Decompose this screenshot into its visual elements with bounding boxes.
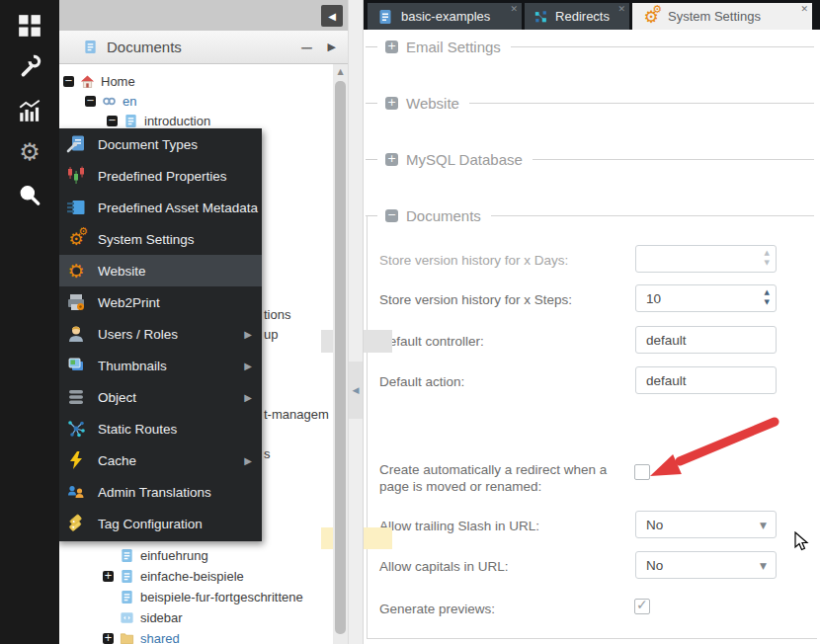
tab-basic-examples[interactable]: basic-examples ✕ [368, 3, 522, 30]
collapse-tree-icon[interactable]: − [299, 40, 313, 54]
version-days-input[interactable]: ▲▼ [635, 245, 777, 273]
tree-item-home[interactable]: − Home [63, 71, 135, 91]
settings-context-menu: Document Types Predefined Properties Pre… [56, 128, 262, 541]
menu-item-label: Thumbnails [98, 359, 167, 373]
menu-item-users-roles[interactable]: Users / Roles ▶ [56, 318, 262, 350]
object-icon [66, 387, 86, 407]
menu-item-label: Users / Roles [98, 327, 178, 342]
collapse-panel-button[interactable]: ◀ [321, 5, 343, 27]
tab-system-settings[interactable]: ⚙⚙ System Settings ✕ [632, 3, 812, 30]
menu-item-admin-translations[interactable]: Admin Translations [56, 476, 262, 508]
tree-item-label: einfache-beispiele [140, 569, 244, 584]
wrench-icon[interactable] [17, 53, 42, 79]
page-icon [120, 590, 134, 604]
admin-translations-icon [66, 482, 86, 502]
menu-item-object[interactable]: Object ▶ [56, 381, 262, 413]
tree-item-partial[interactable]: s [264, 446, 271, 461]
default-action-input[interactable]: default [635, 366, 777, 394]
dropdown-arrow-icon[interactable]: ▼ [760, 561, 767, 571]
predefined-properties-icon [66, 166, 86, 186]
panel-splitter[interactable]: ◀ [348, 0, 364, 644]
spinner-up-icon[interactable]: ▲ [765, 250, 770, 257]
menu-item-thumbnails[interactable]: Thumbnails ▶ [56, 350, 262, 381]
submenu-arrow-icon: ▶ [244, 392, 252, 403]
documents-panel-icon [83, 40, 98, 54]
menu-item-predefined-asset-metadata[interactable]: Predefined Asset Metadata [56, 192, 262, 223]
collapse-node-icon[interactable]: − [63, 76, 74, 87]
collapse-node-icon[interactable]: − [85, 96, 96, 107]
expand-section-icon[interactable]: + [385, 40, 398, 53]
fieldset-border [367, 215, 368, 638]
panel-caret-icon[interactable]: ▶ [328, 40, 336, 53]
section-title: Documents [406, 207, 481, 224]
menu-item-system-settings[interactable]: ⚙⚙ System Settings [56, 223, 262, 255]
tree-item-partial[interactable]: t-managem [264, 407, 329, 422]
search-icon[interactable] [17, 183, 42, 208]
tree-item-introduction[interactable]: − introduction [107, 111, 210, 130]
field-label-version-steps: Store version history for x Steps: [379, 291, 632, 308]
menu-item-document-types[interactable]: Document Types [56, 128, 262, 160]
statistics-icon[interactable] [17, 98, 42, 123]
field-label-trailing-slash: Allow trailing Slash in URL: [379, 518, 632, 534]
spinner-down-icon[interactable]: ▼ [765, 260, 770, 267]
collapse-node-icon[interactable]: − [107, 116, 118, 126]
field-label-default-controller: Default controller: [379, 333, 632, 350]
static-routes-icon [66, 419, 86, 439]
menu-item-tag-configuration[interactable]: Tag Configuration [56, 508, 262, 539]
thumbnails-icon [66, 356, 86, 375]
expand-section-icon[interactable]: + [385, 97, 398, 110]
section-title: Website [406, 95, 459, 112]
capitals-url-select[interactable]: No ▼ [635, 551, 777, 579]
main-area: basic-examples ✕ Redirects ✕ ⚙⚙ System S… [364, 0, 820, 644]
menu-item-web2print[interactable]: Web2Print [56, 286, 262, 318]
tree-item-einfache-beispiele[interactable]: + einfache-beispiele [103, 566, 244, 586]
expand-node-icon[interactable]: + [103, 571, 114, 582]
menu-item-label: Document Types [98, 137, 198, 152]
apps-grid-icon[interactable] [17, 13, 42, 39]
website-settings-icon: ⚙ [66, 261, 86, 281]
checkmark-icon: ✓ [636, 597, 648, 612]
link-icon [102, 94, 117, 109]
tree-item-shared[interactable]: + shared [103, 628, 180, 644]
splitter-collapse-handle[interactable]: ◀ [349, 362, 363, 419]
tab-redirects[interactable]: Redirects ✕ [525, 3, 629, 30]
tree-item-einfuehrung[interactable]: einfuehrung [103, 545, 208, 565]
submenu-arrow-icon: ▶ [244, 329, 252, 340]
close-tab-icon[interactable]: ✕ [617, 4, 625, 14]
version-steps-input[interactable]: 10 ▲▼ [635, 284, 777, 312]
settings-gear-icon[interactable]: ⚙ [17, 139, 42, 165]
menu-item-predefined-properties[interactable]: Predefined Properties [56, 160, 262, 192]
field-label-generate-previews: Generate previews: [379, 601, 632, 617]
snippet-icon [120, 610, 134, 625]
spinner-up-icon[interactable]: ▲ [765, 289, 770, 296]
tree-item-partial[interactable]: up [264, 327, 278, 342]
caret-left-icon: ◀ [353, 385, 360, 395]
cache-icon [66, 450, 86, 470]
tree-item-sidebar[interactable]: sidebar [103, 607, 183, 627]
close-tab-icon[interactable]: ✕ [510, 4, 518, 14]
expand-section-icon[interactable]: + [385, 153, 398, 166]
tree-item-beispiele-fur-fortgeschrittene[interactable]: beispiele-fur-fortgeschrittene [103, 587, 303, 606]
tree-item-label: en [123, 94, 136, 109]
tree-item-partial[interactable]: tions [264, 307, 290, 322]
default-controller-input[interactable]: default [635, 326, 777, 354]
documents-panel-title: Documents [107, 39, 182, 55]
spinner-down-icon[interactable]: ▼ [765, 299, 770, 306]
predefined-asset-metadata-icon [66, 198, 86, 217]
scrollbar-thumb[interactable] [335, 81, 346, 634]
dropdown-arrow-icon[interactable]: ▼ [760, 521, 767, 530]
scroll-up-icon[interactable]: ▲ [333, 67, 348, 76]
section-title: MySQL Database [406, 151, 523, 168]
generate-previews-checkbox[interactable]: ✓ [634, 599, 650, 614]
menu-item-static-routes[interactable]: Static Routes [56, 413, 262, 444]
menu-item-cache[interactable]: Cache ▶ [56, 444, 262, 476]
collapse-section-icon[interactable]: − [385, 209, 398, 222]
close-tab-icon[interactable]: ✕ [800, 4, 808, 14]
menu-item-website[interactable]: ⚙ Website [56, 255, 262, 286]
expand-node-icon[interactable]: + [103, 633, 114, 644]
tree-item-en[interactable]: − en [85, 91, 136, 111]
trailing-slash-select[interactable]: No ▼ [635, 511, 777, 538]
tree-scrollbar[interactable]: ▲ [333, 64, 348, 644]
tab-label: Redirects [555, 9, 610, 24]
field-label-auto-redirect: Create automatically a redirect when a p… [379, 461, 632, 495]
